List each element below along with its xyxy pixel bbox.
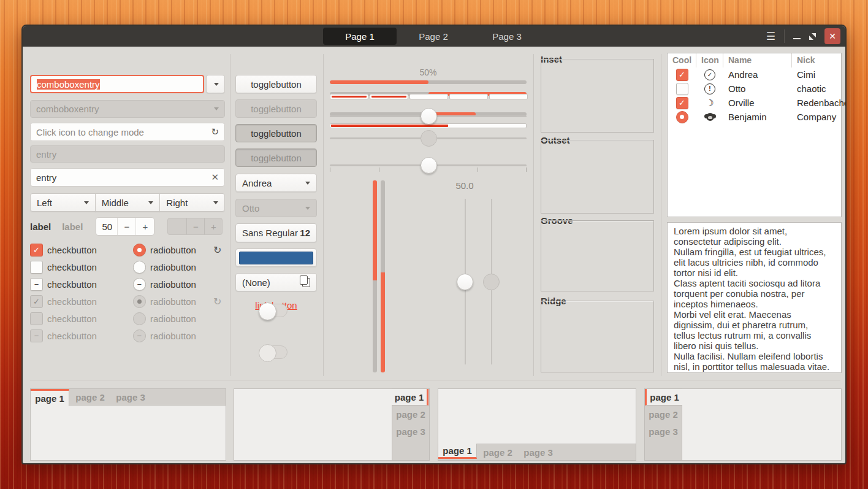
table-row[interactable]: ! Otto chaotic xyxy=(668,82,841,96)
spin-plus-button[interactable]: + xyxy=(135,218,154,235)
row-checkbox-unchecked[interactable] xyxy=(676,83,688,95)
mode-entry[interactable]: Click icon to change mode ↻ xyxy=(30,123,225,141)
hscale-marks[interactable] xyxy=(330,157,527,174)
entry[interactable]: entry ✕ xyxy=(30,168,225,187)
scale-mark xyxy=(330,167,330,172)
column-header-cool[interactable]: Cool xyxy=(668,53,696,67)
row-radio-checked[interactable] xyxy=(676,111,688,123)
treeview-header: Cool Icon Name Nick xyxy=(668,53,841,67)
checkbox-checked[interactable]: ✓ xyxy=(30,244,43,256)
column-header-name[interactable]: Name xyxy=(723,53,792,67)
tab-page-1-active[interactable]: page 1 xyxy=(645,389,682,406)
radio-unchecked-disabled xyxy=(133,312,146,325)
label-disabled: label xyxy=(62,221,83,232)
color-button[interactable] xyxy=(235,248,317,267)
levelbar-block-empty xyxy=(449,94,488,99)
treeview[interactable]: Cool Icon Name Nick ✓ ✓ Andrea Cimi ! Ot… xyxy=(667,53,842,217)
tab-page-1-active[interactable]: page 1 xyxy=(31,389,69,406)
name-combobox-disabled: Otto xyxy=(235,199,317,217)
radio-mixed[interactable]: − xyxy=(133,278,146,291)
combobox-entry[interactable]: comboboxentry xyxy=(30,75,204,93)
tab-page-3[interactable]: page 3 xyxy=(519,444,558,460)
notebook-page-content xyxy=(438,388,636,444)
spinbutton[interactable]: 50 − + xyxy=(96,217,154,236)
column-separator xyxy=(323,54,324,376)
radiobutton-label[interactable]: radiobutton xyxy=(150,262,196,272)
levelbar-fill xyxy=(371,96,406,98)
column-header-nick[interactable]: Nick xyxy=(792,53,841,67)
radio-dot xyxy=(680,115,684,119)
combo-right[interactable]: Right xyxy=(159,193,225,212)
cell-name: Orville xyxy=(723,96,792,110)
titlebar-tab-page-2[interactable]: Page 2 xyxy=(397,28,470,45)
togglebutton-active[interactable]: togglebutton xyxy=(235,124,317,142)
cell-nick: Cimi xyxy=(792,67,841,82)
menu-icon[interactable]: ☰ xyxy=(766,30,775,43)
radiobutton-label[interactable]: radiobutton xyxy=(150,279,196,290)
combo-right-value: Right xyxy=(166,198,188,208)
tab-page-1-active[interactable]: page 1 xyxy=(438,444,477,459)
checkbutton-label[interactable]: checkbutton xyxy=(47,245,97,255)
vscale[interactable] xyxy=(457,199,473,364)
togglebutton[interactable]: togglebutton xyxy=(235,75,317,93)
hscale-knob[interactable] xyxy=(421,108,437,125)
spin-minus-button[interactable]: − xyxy=(117,218,135,235)
combo-left[interactable]: Left xyxy=(30,193,96,212)
spin-minus-button-disabled: − xyxy=(186,218,204,234)
column-header-icon[interactable]: Icon xyxy=(696,53,723,67)
hscale[interactable] xyxy=(330,108,527,125)
tab-page-3[interactable]: page 3 xyxy=(645,423,682,440)
togglebutton-label: togglebutton xyxy=(251,128,302,139)
combobox-entry-dropdown-button[interactable] xyxy=(206,75,225,93)
spinbutton-value[interactable]: 50 xyxy=(96,218,117,235)
clear-icon[interactable]: ✕ xyxy=(211,172,219,183)
file-chooser-button[interactable]: (None) xyxy=(235,273,317,291)
checkbox-unchecked-disabled xyxy=(30,312,43,325)
vertical-progressbar-up xyxy=(381,180,385,372)
tab-page-2[interactable]: page 2 xyxy=(392,406,429,423)
table-row[interactable]: ✓ ✓ Andrea Cimi xyxy=(668,67,841,82)
combo-middle[interactable]: Middle xyxy=(95,193,161,212)
table-row[interactable]: Benjamin Company xyxy=(668,110,841,124)
name-combobox[interactable]: Andrea xyxy=(235,174,317,192)
titlebar[interactable]: Page 1 Page 2 Page 3 ☰ ✕ xyxy=(23,26,845,47)
row-checkbox-checked[interactable]: ✓ xyxy=(676,69,688,81)
switch-off[interactable] xyxy=(259,304,287,317)
switch-knob xyxy=(259,344,276,362)
tab-page-3[interactable]: page 3 xyxy=(392,423,429,440)
tab-page-2[interactable]: page 2 xyxy=(478,444,517,460)
notebook-right: page 1 page 2 page 3 xyxy=(234,388,430,461)
checkbox-mixed[interactable]: − xyxy=(30,278,43,291)
checkbox-unchecked[interactable] xyxy=(30,261,43,274)
tab-page-2[interactable]: page 2 xyxy=(70,389,110,405)
vscale-knob[interactable] xyxy=(457,274,473,290)
checkbutton-label[interactable]: checkbutton xyxy=(47,262,97,272)
refresh-icon[interactable]: ↻ xyxy=(211,126,219,137)
titlebar-tab-page-1[interactable]: Page 1 xyxy=(323,28,397,45)
tab-page-3[interactable]: page 3 xyxy=(111,389,150,405)
color-swatch xyxy=(239,252,313,264)
restore-icon[interactable] xyxy=(809,33,816,40)
levelbar-discrete xyxy=(330,94,527,99)
titlebar-tab-page-3[interactable]: Page 3 xyxy=(470,28,544,45)
close-button[interactable]: ✕ xyxy=(824,28,840,44)
tab-page-1-active[interactable]: page 1 xyxy=(392,389,428,406)
radio-checked-disabled xyxy=(133,295,146,308)
column-separator xyxy=(533,54,534,376)
hscale-knob[interactable] xyxy=(421,157,437,174)
radio-dot xyxy=(137,248,142,252)
hscale-knob-disabled xyxy=(421,130,437,147)
minimize-icon[interactable] xyxy=(793,38,801,39)
radio-checked[interactable] xyxy=(133,244,146,256)
tab-page-2[interactable]: page 2 xyxy=(645,406,682,423)
font-family-label: Sans Regular xyxy=(242,228,298,238)
radio-unchecked[interactable] xyxy=(133,261,146,274)
table-row[interactable]: ✓ ☽ Orville Redenbacher xyxy=(668,96,841,110)
switch-knob[interactable] xyxy=(259,302,276,320)
radiobutton-label[interactable]: radiobutton xyxy=(150,245,196,255)
textview[interactable]: Lorem ipsum dolor sit amet, consectetur … xyxy=(667,222,842,373)
checkbutton-label[interactable]: checkbutton xyxy=(47,279,97,290)
row-checkbox-checked[interactable]: ✓ xyxy=(676,97,688,109)
notebook-top: page 1 page 2 page 3 xyxy=(30,388,226,461)
font-button[interactable]: Sans Regular 12 xyxy=(235,223,317,242)
